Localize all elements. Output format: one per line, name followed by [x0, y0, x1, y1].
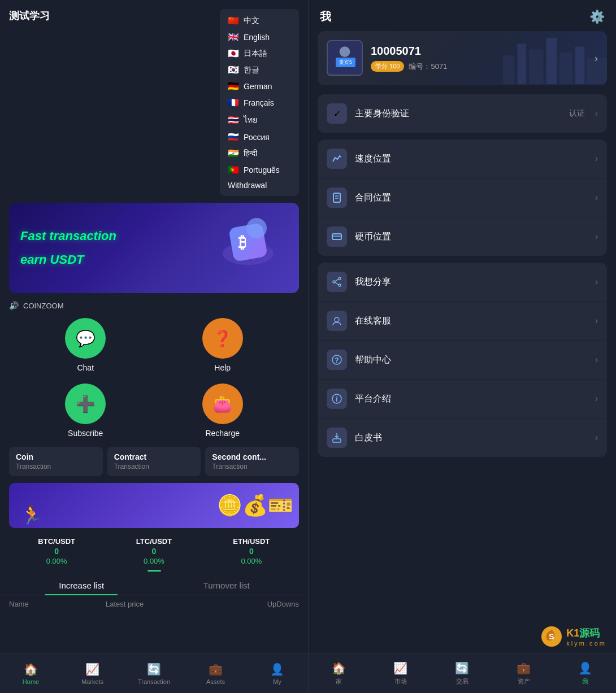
lang-label-de: German — [244, 82, 272, 91]
trans-tab-contract-sub: Transaction — [114, 463, 194, 470]
watermark: S K 1 源码 k l y m . c o m — [540, 625, 605, 648]
speed-icon-wrap — [327, 149, 347, 169]
nav-my-label: My — [273, 678, 281, 685]
lang-item-de[interactable]: 🇩🇪 German — [220, 78, 299, 94]
right-market-icon: 📈 — [393, 661, 407, 675]
identity-arrow-icon: › — [595, 108, 598, 119]
watermark-k: K — [566, 627, 574, 639]
help-center-label: 帮助中心 — [355, 354, 587, 366]
help-circle: ❓ — [202, 318, 243, 359]
action-subscribe[interactable]: ➕ Subscribe — [23, 383, 149, 438]
list-tab-turnover[interactable]: Turnover list — [154, 576, 300, 595]
lang-item-ja[interactable]: 🇯🇵 日本語 — [220, 45, 299, 62]
flag-en: 🇬🇧 — [228, 32, 239, 42]
right-nav-me[interactable]: 👤 我 — [554, 654, 616, 693]
banner-graphic: ₿ — [214, 211, 288, 285]
menu-support[interactable]: 在线客服 › — [318, 302, 607, 341]
flag-th: 🇹🇭 — [228, 115, 239, 125]
identity-icon-wrap: ✓ — [327, 103, 347, 124]
trans-tab-second[interactable]: Second cont... Transaction — [205, 447, 299, 476]
speed-arrow-icon: › — [595, 154, 598, 164]
transaction-icon: 🔄 — [147, 663, 161, 676]
svg-point-13 — [340, 46, 350, 57]
svg-point-21 — [333, 281, 335, 283]
menu-whitepaper[interactable]: 白皮书 › — [318, 419, 607, 457]
lang-label-zh: 中文 — [244, 16, 259, 26]
action-grid: 💬 Chat ❓ Help ➕ Subscribe 👛 Recharge — [0, 313, 308, 440]
whitepaper-arrow-icon: › — [595, 433, 598, 443]
watermark-1: 1 — [574, 627, 579, 639]
flag-de: 🇩🇪 — [228, 81, 239, 91]
menu-speed[interactable]: 速度位置 › — [318, 140, 607, 178]
action-chat[interactable]: 💬 Chat — [23, 318, 149, 372]
svg-line-23 — [335, 282, 339, 285]
svg-point-2 — [246, 218, 267, 238]
trans-tab-coin-sub: Transaction — [16, 463, 96, 470]
support-icon-wrap — [327, 311, 347, 331]
lang-item-ko[interactable]: 🇰🇷 한글 — [220, 62, 299, 78]
price-btc-pair: BTC/USDT — [38, 537, 75, 546]
nav-markets[interactable]: 📈 Markets — [62, 654, 123, 693]
svg-text:S: S — [549, 632, 554, 641]
trans-tab-coin[interactable]: Coin Transaction — [9, 447, 103, 476]
home-icon: 🏠 — [24, 663, 38, 676]
svg-point-20 — [339, 284, 341, 286]
nav-my[interactable]: 👤 My — [246, 654, 308, 693]
lang-item-hi[interactable]: 🇮🇳 हिन्दी — [220, 145, 299, 162]
trans-tab-contract-title: Contract — [114, 452, 194, 461]
verify-icon: ✓ — [333, 108, 341, 119]
identity-label: 主要身份验证 — [355, 108, 561, 120]
right-nav-market-label: 市场 — [394, 677, 407, 686]
right-nav-home-label: 家 — [336, 677, 342, 686]
settings-icon[interactable]: ⚙️ — [589, 10, 605, 24]
profile-arrow-icon: › — [595, 53, 598, 64]
menu-platform[interactable]: i 平台介绍 › — [318, 380, 607, 419]
price-ltc-pair: LTC/USDT — [136, 537, 172, 546]
nav-home[interactable]: 🏠 Home — [0, 654, 62, 693]
trans-tab-contract[interactable]: Contract Transaction — [107, 447, 201, 476]
lang-item-pt[interactable]: 🇵🇹 Português — [220, 162, 299, 178]
svg-point-24 — [335, 317, 339, 322]
platform-arrow-icon: › — [595, 394, 598, 404]
lang-item-withdrawal[interactable]: Withdrawal — [220, 178, 299, 193]
right-nav-assets[interactable]: 💼 资产 — [493, 654, 554, 693]
assets-icon: 💼 — [209, 663, 223, 676]
svg-rect-17 — [332, 234, 341, 239]
list-tab-increase[interactable]: Increase list — [9, 576, 154, 595]
nav-assets[interactable]: 💼 Assets — [185, 654, 246, 693]
lang-item-ru[interactable]: 🇷🇺 Россия — [220, 129, 299, 145]
menu-share[interactable]: 我想分享 › — [318, 263, 607, 302]
lang-item-zh[interactable]: 🇨🇳 中文 — [220, 12, 299, 29]
language-menu: 🇨🇳 中文 🇬🇧 English 🇯🇵 日本語 🇰🇷 한글 🇩🇪 German — [220, 9, 299, 196]
nav-transaction[interactable]: 🔄 Transaction — [123, 654, 185, 693]
lang-item-en[interactable]: 🇬🇧 English — [220, 29, 299, 45]
nav-markets-label: Markets — [81, 678, 103, 685]
profile-id: 10005071 — [371, 45, 587, 58]
right-nav-market[interactable]: 📈 市场 — [370, 654, 431, 693]
identity-item[interactable]: ✓ 主要身份验证 认证 › — [318, 94, 607, 133]
coin-arrow-icon: › — [595, 232, 598, 242]
flag-hi: 🇮🇳 — [228, 148, 239, 159]
right-nav-home[interactable]: 🏠 家 — [308, 654, 370, 693]
banner-line2: earn USDT — [20, 252, 116, 267]
menu-help[interactable]: ? 帮助中心 › — [318, 341, 607, 380]
menu-contract[interactable]: 合同位置 › — [318, 178, 607, 217]
action-recharge[interactable]: 👛 Recharge — [160, 383, 286, 438]
action-subscribe-label: Subscribe — [68, 429, 103, 438]
lang-item-th[interactable]: 🇹🇭 ไทย — [220, 111, 299, 129]
list-header: Name Latest price UpDowns — [0, 595, 308, 613]
score-badge: 学分 100 — [371, 61, 404, 72]
price-eth-change: 0.00% — [241, 557, 262, 565]
profile-card[interactable]: 贵宾5 10005071 学分 100 编号：5071 › — [318, 31, 607, 85]
coin-label: 硬币位置 — [355, 231, 587, 243]
lang-label-withdrawal: Withdrawal — [228, 181, 267, 190]
right-nav-trade[interactable]: 🔄 交易 — [431, 654, 493, 693]
right-title: 我 — [320, 9, 331, 24]
price-btc: BTC/USDT 0 0.00% — [9, 537, 104, 565]
transaction-tabs: Coin Transaction Contract Transaction Se… — [0, 442, 308, 481]
avatar-level-badge: 贵宾5 — [336, 58, 355, 67]
lang-item-fr[interactable]: 🇫🇷 Français — [220, 94, 299, 111]
announcement-text: COINZOOM — [23, 302, 64, 310]
action-help[interactable]: ❓ Help — [160, 318, 286, 372]
menu-coin[interactable]: 硬币位置 › — [318, 217, 607, 256]
